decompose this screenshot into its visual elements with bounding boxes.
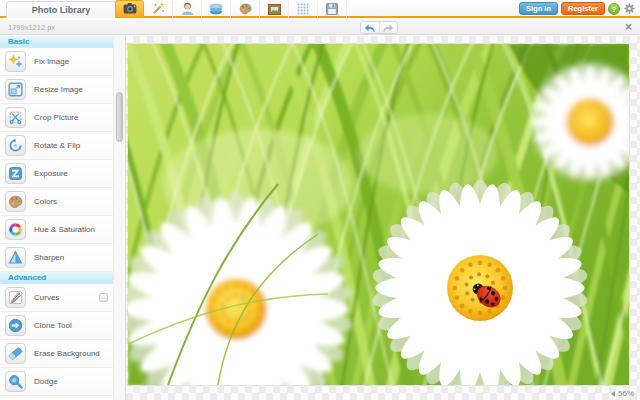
rotate-flip-icon bbox=[5, 135, 26, 156]
sidebar-scrollbar-thumb[interactable] bbox=[116, 92, 123, 142]
sharpen-icon bbox=[5, 247, 26, 268]
editor-canvas: 56% bbox=[126, 36, 640, 400]
mode-tab-save[interactable] bbox=[318, 1, 347, 18]
top-toolbar: Photo Library Sign In Register ? bbox=[0, 0, 640, 18]
tool-curves[interactable]: Curves bbox=[0, 284, 113, 312]
tool-clone-tool[interactable]: Clone Tool bbox=[0, 312, 113, 340]
fix-image-icon bbox=[5, 51, 26, 72]
zoom-collapse-arrow-icon bbox=[611, 391, 615, 397]
erase-background-icon bbox=[5, 343, 26, 364]
close-icon[interactable]: × bbox=[625, 20, 632, 35]
tool-colors[interactable]: Colors bbox=[0, 188, 113, 216]
mode-tab-strip bbox=[115, 0, 347, 18]
photo-image[interactable] bbox=[128, 44, 629, 385]
texture-grid-icon bbox=[297, 1, 309, 19]
tool-label: Erase Background bbox=[34, 349, 100, 358]
sidebar-scrollbar[interactable] bbox=[113, 36, 126, 400]
tool-exposure[interactable]: Exposure bbox=[0, 160, 113, 188]
portrait-icon bbox=[181, 1, 194, 19]
section-header-basic: Basic bbox=[0, 36, 113, 48]
crop-picture-icon bbox=[5, 107, 26, 128]
tool-label: Resize Image bbox=[34, 85, 83, 94]
tool-sharpen[interactable]: Sharpen bbox=[0, 244, 113, 272]
mode-tab-editor[interactable] bbox=[115, 0, 144, 18]
undo-button[interactable] bbox=[361, 22, 379, 33]
sign-in-button[interactable]: Sign In bbox=[519, 2, 558, 15]
tool-label: Hue & Saturation bbox=[34, 225, 95, 234]
camera-icon bbox=[123, 0, 137, 18]
tool-label: Dodge bbox=[34, 377, 58, 386]
dodge-icon bbox=[5, 371, 26, 392]
tool-erase-background[interactable]: Erase Background bbox=[0, 340, 113, 368]
exposure-icon bbox=[5, 163, 26, 184]
help-icon[interactable]: ? bbox=[608, 3, 620, 15]
picture-frame-icon bbox=[268, 1, 281, 19]
curves-icon bbox=[5, 287, 26, 308]
tool-hue-saturation[interactable]: Hue & Saturation bbox=[0, 216, 113, 244]
layers-icon bbox=[209, 1, 223, 19]
save-disk-icon bbox=[326, 1, 338, 19]
mode-tab-painter[interactable] bbox=[231, 1, 260, 18]
tool-label: Clone Tool bbox=[34, 321, 72, 330]
tool-label: Curves bbox=[34, 293, 59, 302]
tool-dodge[interactable]: Dodge bbox=[0, 368, 113, 396]
mode-tab-touchup[interactable] bbox=[173, 1, 202, 18]
tool-label: Sharpen bbox=[34, 253, 64, 262]
zoom-level-label: 56% bbox=[618, 389, 634, 398]
photo-library-tab[interactable]: Photo Library bbox=[6, 1, 116, 18]
mode-tab-frames[interactable] bbox=[260, 1, 289, 18]
image-dimensions-label: 1799x1212 px bbox=[8, 23, 55, 32]
resize-image-icon bbox=[5, 79, 26, 100]
palette-icon bbox=[239, 1, 252, 19]
section-header-advanced: Advanced bbox=[0, 272, 113, 284]
tool-label: Crop Picture bbox=[34, 113, 78, 122]
canvas-header-bar: 1799x1212 px × bbox=[0, 20, 640, 35]
tool-rotate-flip[interactable]: Rotate & Flip bbox=[0, 132, 113, 160]
redo-button[interactable] bbox=[379, 22, 398, 33]
curves-pro-badge-icon bbox=[99, 293, 108, 302]
magic-wand-icon bbox=[152, 1, 165, 19]
tool-label: Exposure bbox=[34, 169, 68, 178]
mode-tab-textures[interactable] bbox=[289, 1, 318, 18]
hue-saturation-icon bbox=[5, 219, 26, 240]
tool-label: Fix Image bbox=[34, 57, 69, 66]
photo-library-label: Photo Library bbox=[32, 5, 91, 15]
history-controls bbox=[360, 21, 398, 34]
tool-label: Rotate & Flip bbox=[34, 141, 80, 150]
tool-resize-image[interactable]: Resize Image bbox=[0, 76, 113, 104]
clone-tool-icon bbox=[5, 315, 26, 336]
register-button[interactable]: Register bbox=[561, 2, 605, 15]
mode-tab-collage[interactable] bbox=[202, 1, 231, 18]
tool-crop-picture[interactable]: Crop Picture bbox=[0, 104, 113, 132]
account-area: Sign In Register ? bbox=[519, 2, 636, 15]
tool-fix-image[interactable]: Fix Image bbox=[0, 48, 113, 76]
zoom-indicator[interactable]: 56% bbox=[611, 389, 634, 398]
tools-sidebar: BasicFix ImageResize ImageCrop PictureRo… bbox=[0, 36, 113, 400]
colors-icon bbox=[5, 191, 26, 212]
mode-tab-effects[interactable] bbox=[144, 1, 173, 18]
gear-icon[interactable] bbox=[623, 2, 636, 15]
tool-label: Colors bbox=[34, 197, 57, 206]
